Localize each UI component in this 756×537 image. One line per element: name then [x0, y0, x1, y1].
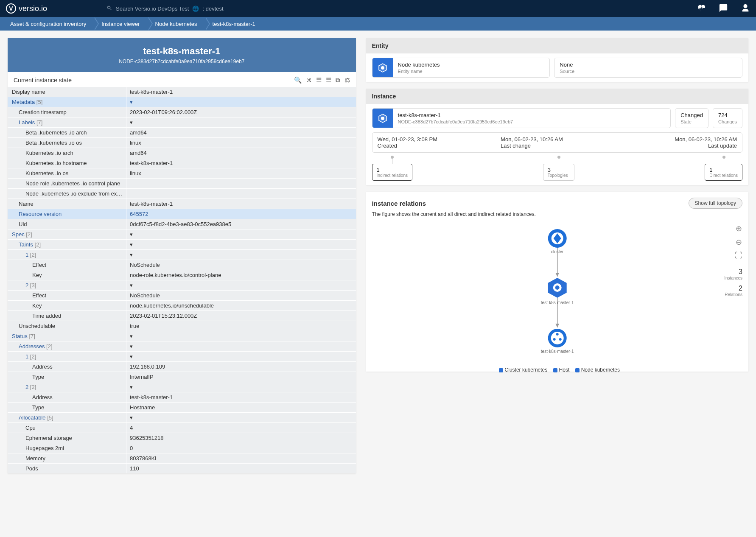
- expandable-row[interactable]: Spec [2]▾: [8, 229, 356, 239]
- property-row: Beta .kubernetes .io oslinux: [8, 137, 356, 148]
- svg-point-18: [559, 338, 561, 341]
- search-bar[interactable]: Search Versio.io DevOps Test 🌐 : devtest: [106, 5, 224, 12]
- property-key: Taints [2]: [8, 240, 126, 249]
- indent-in-icon[interactable]: ☰: [316, 76, 322, 84]
- crumb-current: test-k8s-master-1: [206, 17, 264, 31]
- expandable-row[interactable]: Addresses [2]▾: [8, 341, 356, 351]
- chevron-down-icon[interactable]: ▾: [130, 119, 133, 126]
- chevron-down-icon[interactable]: ▾: [130, 343, 133, 350]
- brand-text: versio.io: [19, 4, 47, 13]
- chevron-down-icon[interactable]: ▾: [130, 333, 133, 339]
- expandable-row[interactable]: Metadata [5]▾: [8, 97, 356, 107]
- expandable-row[interactable]: 2 [2]▾: [8, 382, 356, 392]
- svg-point-3: [381, 117, 384, 120]
- magnify-icon[interactable]: 🔍: [294, 76, 302, 84]
- chevron-down-icon[interactable]: ▾: [130, 252, 133, 258]
- property-value: ▾: [126, 97, 356, 107]
- property-value: ▾: [126, 331, 356, 341]
- direct-relations-card[interactable]: 1 Direct relations: [705, 164, 742, 181]
- property-row: Beta .kubernetes .io archamd64: [8, 127, 356, 137]
- chevron-down-icon[interactable]: ▾: [130, 99, 133, 105]
- property-key: 2 [2]: [8, 382, 126, 392]
- instance-name-card[interactable]: test-k8s-master-1 NODE-c383d27b7cdcabfe0…: [372, 108, 671, 128]
- heartbeat-icon[interactable]: [697, 3, 706, 14]
- shuffle-icon[interactable]: ⤭: [306, 76, 312, 84]
- crumb-instance-viewer[interactable]: Instance viewer: [95, 17, 148, 31]
- entity-name-card[interactable]: Node kubernetes Entity name: [372, 58, 550, 78]
- property-row: Time added2023-02-01T15:23:12.000Z: [8, 310, 356, 321]
- zoom-out-icon[interactable]: ⊖: [736, 238, 742, 247]
- relations-panel: Instance relations Show full topology Th…: [366, 192, 748, 372]
- property-key: Unschedulable: [8, 321, 126, 331]
- property-value: amd64: [126, 148, 356, 158]
- property-value: test-k8s-master-1: [126, 199, 356, 209]
- instance-panel: Instance test-k8s-master-1 NODE-c383d27b…: [366, 89, 748, 185]
- zoom-in-icon[interactable]: ⊕: [736, 224, 742, 233]
- chevron-down-icon[interactable]: ▾: [130, 282, 133, 288]
- expandable-row[interactable]: 1 [2]▾: [8, 351, 356, 361]
- expandable-row[interactable]: 1 [2]▾: [8, 249, 356, 260]
- instance-id: NODE-c383d27b7cdcabfe0a9ea710fa2959cd6ee…: [398, 119, 666, 124]
- property-key: Node role .kubernetes .io control plane: [8, 179, 126, 188]
- property-key: Beta .kubernetes .io os: [8, 138, 126, 148]
- property-value: 4: [126, 423, 356, 433]
- expandable-row[interactable]: Labels [7]▾: [8, 117, 356, 127]
- property-key: 1 [2]: [8, 250, 126, 260]
- property-key: 1 [2]: [8, 352, 126, 361]
- expandable-row[interactable]: Taints [2]▾: [8, 239, 356, 249]
- instance-changes-label: Changes: [718, 119, 737, 124]
- property-value: NoSchedule: [126, 291, 356, 300]
- property-key: Node .kubernetes .io exclude from extern…: [8, 189, 126, 199]
- property-value: ▾: [126, 280, 356, 290]
- property-key: Key: [8, 301, 126, 310]
- show-topology-button[interactable]: Show full topology: [689, 198, 742, 209]
- chevron-down-icon[interactable]: ▾: [130, 241, 133, 248]
- indent-out-icon[interactable]: ☰: [326, 76, 331, 84]
- property-value: [126, 179, 356, 188]
- property-key: Cpu: [8, 423, 126, 433]
- topologies-card[interactable]: 3 Topologies: [543, 164, 574, 181]
- search-icon: [106, 5, 112, 12]
- property-key: Name: [8, 199, 126, 209]
- relations-desc: The figure shows the current and all dir…: [366, 211, 748, 221]
- instance-header: Instance: [366, 89, 748, 104]
- property-key: Address: [8, 362, 126, 372]
- entity-source-card[interactable]: None Source: [554, 58, 742, 78]
- instance-state-card[interactable]: Changed State: [675, 108, 708, 128]
- chevron-down-icon[interactable]: ▾: [130, 231, 133, 238]
- instance-changes-card[interactable]: 724 Changes: [713, 108, 742, 128]
- property-key: 2 [3]: [8, 280, 126, 290]
- copy-icon[interactable]: ⧉: [336, 76, 340, 84]
- property-key: Kubernetes .io os: [8, 168, 126, 178]
- expandable-row[interactable]: Status [7]▾: [8, 331, 356, 341]
- property-key: Kubernetes .io arch: [8, 148, 126, 158]
- last-change-label: Last change: [501, 143, 613, 149]
- property-key: Ephemeral storage: [8, 433, 126, 443]
- chevron-down-icon[interactable]: ▾: [130, 353, 133, 360]
- property-key: Addresses [2]: [8, 341, 126, 351]
- property-key: Allocatable [5]: [8, 413, 126, 422]
- fullscreen-icon[interactable]: ⛶: [735, 251, 742, 260]
- crumb-inventory[interactable]: Asset & configuration inventory: [3, 17, 95, 31]
- property-value: 2023-02-01T09:26:02.000Z: [126, 107, 356, 117]
- crumb-node-kubernetes[interactable]: Node kubernetes: [148, 17, 206, 31]
- svg-text:cluster: cluster: [551, 249, 564, 254]
- scales-icon[interactable]: ⚖: [344, 76, 350, 84]
- entity-name-label: Entity name: [398, 69, 545, 74]
- topology-svg: cluster test-k8s-master-1 test-k8s-maste…: [372, 221, 742, 366]
- entity-name: Node kubernetes: [398, 62, 545, 68]
- property-row: Address192.168.0.109: [8, 361, 356, 372]
- logo[interactable]: V versio.io: [6, 3, 47, 14]
- property-value: 0dcf67c5-f8d2-4be3-ae83-0c552ea938e5: [126, 219, 356, 229]
- relations-header: Instance relations: [372, 200, 426, 207]
- property-value: linux: [126, 138, 356, 148]
- user-icon[interactable]: [741, 3, 750, 14]
- chevron-down-icon[interactable]: ▾: [130, 414, 133, 421]
- expandable-row[interactable]: Allocatable [5]▾: [8, 412, 356, 422]
- topology-graph[interactable]: ⊕ ⊖ ⛶ 3 Instances 2 Relations: [372, 221, 742, 366]
- chevron-down-icon[interactable]: ▾: [130, 384, 133, 390]
- section-title: Current instance state: [14, 77, 72, 84]
- chat-icon[interactable]: [719, 3, 728, 14]
- expandable-row[interactable]: 2 [3]▾: [8, 280, 356, 290]
- indirect-relations-card[interactable]: 1 Indirect relations: [372, 164, 412, 181]
